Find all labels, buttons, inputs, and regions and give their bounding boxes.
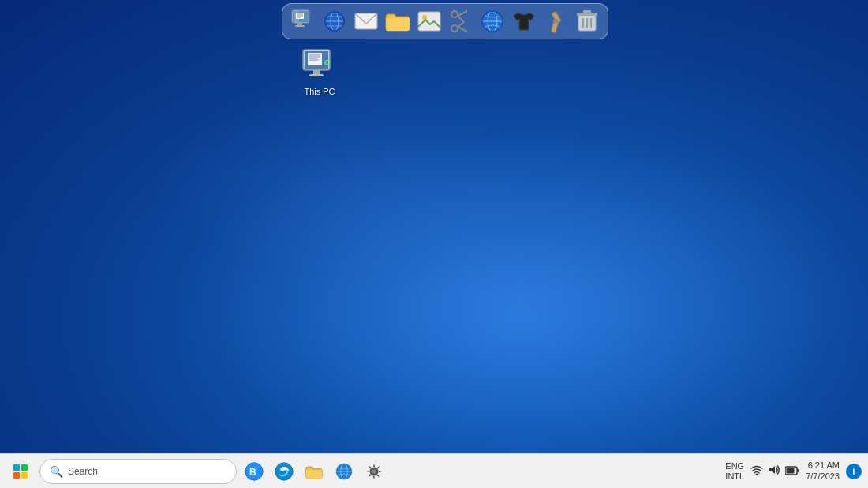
volume-icon[interactable] [768,464,780,479]
bing-taskbar-icon[interactable]: B [241,459,267,484]
search-bar[interactable]: 🔍 Search [39,459,237,484]
svg-rect-44 [313,70,320,74]
settings-taskbar-icon[interactable] [361,459,387,484]
desktop: ♻ This PC [0,0,868,457]
this-pc-label: This PC [304,87,335,96]
svg-text:B: B [249,467,256,478]
svg-point-53 [275,462,293,479]
battery-icon[interactable] [785,465,799,478]
system-icons [750,464,799,479]
svg-rect-45 [309,74,324,76]
svg-point-18 [451,11,458,17]
svg-line-22 [458,16,464,22]
dock-tshirt-icon[interactable] [510,7,538,35]
dock-trash-icon[interactable] [573,7,601,35]
svg-line-23 [458,22,464,27]
svg-rect-63 [787,468,795,473]
svg-rect-7 [297,23,302,25]
svg-rect-62 [798,469,799,472]
dock-globe-icon[interactable] [320,7,349,35]
svg-rect-16 [418,12,440,31]
dock-computer-icon[interactable] [289,7,317,35]
dock-folder-icon[interactable] [383,7,412,35]
svg-point-59 [372,469,376,473]
this-pc-icon[interactable]: ♻ This PC [292,47,347,96]
clock-time: 6:21 AM [808,460,840,471]
language-line2: INTL [725,471,744,481]
svg-rect-33 [583,10,591,13]
clock-date: 7/7/2023 [806,471,840,482]
dock-tools-icon[interactable] [541,7,570,35]
svg-line-21 [458,27,467,32]
taskbar: 🔍 Search B [0,453,868,488]
search-text: Search [68,466,98,477]
svg-text:♻: ♻ [324,58,331,67]
svg-rect-48 [21,464,28,471]
maps-taskbar-icon[interactable] [331,459,357,484]
clock[interactable]: 6:21 AM 7/7/2023 [806,460,840,481]
svg-line-20 [458,11,467,16]
taskbar-right: ENG INTL [725,460,862,481]
search-icon: 🔍 [50,465,63,478]
language-line1: ENG [725,461,744,471]
svg-point-60 [756,474,758,476]
start-button[interactable] [6,457,35,486]
file-explorer-taskbar-icon[interactable] [301,459,327,484]
svg-rect-49 [13,472,20,479]
language-indicator[interactable]: ENG INTL [725,461,744,480]
dock-browser-icon[interactable] [478,7,507,35]
svg-point-17 [422,15,427,20]
svg-rect-39 [308,53,322,65]
svg-rect-47 [13,464,20,471]
dock-mail-icon[interactable] [352,7,380,35]
dock-toolbar [282,3,608,39]
svg-point-19 [451,25,458,32]
dock-image-icon[interactable] [415,7,443,35]
svg-point-30 [553,19,558,24]
edge-taskbar-icon[interactable] [271,459,297,484]
svg-rect-50 [21,472,28,479]
this-pc-icon-image: ♻ [301,47,339,85]
dock-scissors-icon[interactable] [447,7,475,35]
info-button[interactable]: i [846,464,862,479]
svg-rect-8 [295,25,305,27]
wifi-icon[interactable] [750,464,763,478]
